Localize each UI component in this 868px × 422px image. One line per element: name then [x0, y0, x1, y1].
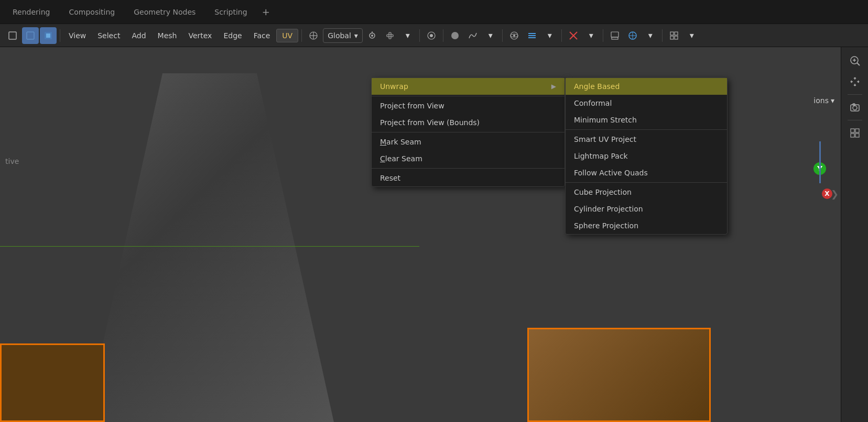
toolbar-separator-7 [603, 29, 603, 42]
unwrap-lightmap-pack[interactable]: Lightmap Pack [566, 148, 727, 164]
shading-curve-icon[interactable] [464, 27, 481, 44]
svg-rect-24 [612, 37, 618, 39]
transform-orient-icon[interactable] [305, 27, 322, 44]
svg-rect-30 [670, 36, 674, 39]
toolbar-separator-6 [561, 29, 562, 42]
tab-rendering[interactable]: Rendering [4, 5, 59, 19]
active-mode-label: tive [5, 157, 19, 165]
viewport-options-dropdown[interactable]: ions ▾ [813, 96, 834, 105]
unwrap-submenu-arrow: ▶ [551, 83, 556, 90]
svg-point-14 [451, 32, 459, 39]
svg-rect-23 [611, 32, 619, 37]
pivot-dropdown-icon[interactable]: ▾ [399, 27, 416, 44]
tool-separator-2 [848, 120, 862, 120]
add-tab-button[interactable]: + [258, 6, 274, 17]
uv-menu-separator-3 [372, 168, 565, 169]
ground-line [0, 246, 419, 247]
panel-collapse-arrow[interactable]: ❯ [831, 188, 839, 199]
uv-menu-project-from-view[interactable]: Project from View [372, 97, 565, 114]
uv-menu-separator-1 [372, 96, 565, 96]
svg-rect-10 [387, 35, 393, 37]
unwrap-follow-active-quads[interactable]: Follow Active Quads [566, 164, 727, 181]
add-menu[interactable]: Add [126, 29, 151, 42]
unwrap-separator-2 [566, 182, 727, 183]
unwrap-cube-projection[interactable]: Cube Projection [566, 184, 727, 201]
options-chevron-down-icon: ▾ [831, 96, 834, 105]
viewport-resize-dropdown[interactable]: ▾ [683, 27, 700, 44]
shading-solid-icon[interactable] [447, 27, 463, 44]
uv-menu-project-from-view-bounds[interactable]: Project from View (Bounds) [372, 114, 565, 131]
uv-dropdown-menu: Unwrap ▶ Project from View Project from … [371, 77, 565, 187]
select-menu[interactable]: Select [92, 29, 125, 42]
pivot-icon[interactable] [382, 27, 398, 44]
unwrap-sphere-projection[interactable]: Sphere Projection [566, 217, 727, 234]
svg-rect-42 [855, 134, 859, 137]
mesh-menu[interactable]: Mesh [153, 29, 182, 42]
proportional-edit-icon[interactable] [423, 27, 440, 44]
svg-rect-1 [27, 32, 34, 39]
viewport-overlay-dropdown[interactable]: ▾ [541, 27, 558, 44]
snap-icon[interactable] [364, 27, 381, 44]
uv-menu-unwrap[interactable]: Unwrap ▶ [372, 78, 565, 95]
grid-tool[interactable] [845, 124, 864, 142]
unwrap-conformal[interactable]: Conformal [566, 95, 727, 112]
gizmo-x-icon[interactable] [565, 27, 582, 44]
scene-icon[interactable] [624, 27, 641, 44]
svg-rect-41 [851, 134, 854, 137]
svg-point-13 [430, 34, 433, 37]
gizmo-options-dropdown[interactable]: ▾ [583, 27, 600, 44]
viewport-display-dropdown[interactable]: ▾ [642, 27, 659, 44]
toolbar-separator-8 [662, 29, 663, 42]
pan-tool[interactable] [845, 72, 864, 91]
overlay-icon[interactable] [524, 27, 540, 44]
viewport-gizmo-icon[interactable] [506, 27, 523, 44]
svg-rect-31 [675, 36, 678, 39]
tab-scripting[interactable]: Scripting [206, 5, 255, 19]
svg-point-17 [513, 35, 515, 37]
toolbar-separator-1 [60, 29, 60, 42]
svg-rect-0 [9, 32, 16, 39]
shading-dropdown-icon[interactable]: ▾ [482, 27, 499, 44]
svg-point-37 [853, 106, 857, 110]
mesh-object-right [527, 328, 711, 422]
view-menu[interactable]: View [63, 29, 91, 42]
mesh-object-left [0, 343, 105, 422]
render-preview-icon[interactable] [606, 27, 623, 44]
toolbar-separator-3 [419, 29, 420, 42]
uv-menu-mark-seam[interactable]: Mark Seam [372, 134, 565, 150]
object-mode-icon[interactable] [4, 27, 21, 44]
uv-menu-trigger[interactable]: UV [276, 29, 298, 42]
svg-rect-3 [46, 34, 50, 38]
viewport-options-area: ions ▾ [809, 94, 839, 107]
uv-menu-clear-seam[interactable]: Clear Seam [372, 150, 565, 167]
tab-geometry-nodes[interactable]: Geometry Nodes [125, 5, 204, 19]
uv-menu-reset[interactable]: Reset [372, 170, 565, 186]
unwrap-submenu: Angle Based Conformal Minimum Stretch Sm… [565, 77, 728, 235]
unwrap-angle-based[interactable]: Angle Based [566, 78, 727, 95]
svg-line-35 [857, 63, 860, 65]
vertex-menu[interactable]: Vertex [183, 29, 217, 42]
svg-rect-28 [670, 32, 674, 35]
toolbar-separator-5 [502, 29, 503, 42]
header-toolbar: View Select Add Mesh Vertex Edge Face UV… [0, 24, 868, 47]
transform-mode-dropdown[interactable]: Global ▾ [323, 28, 363, 43]
unwrap-separator-1 [566, 129, 727, 130]
edit-mode-icon[interactable] [22, 27, 39, 44]
viewport-resize-icon[interactable] [666, 27, 682, 44]
svg-rect-29 [675, 32, 678, 35]
tab-compositing[interactable]: Compositing [61, 5, 124, 19]
uv-menu-separator-2 [372, 132, 565, 132]
toolbar-separator-4 [443, 29, 443, 42]
right-tools-panel [841, 47, 868, 422]
svg-point-8 [371, 35, 373, 37]
unwrap-minimum-stretch[interactable]: Minimum Stretch [566, 112, 727, 128]
unwrap-smart-uv-project[interactable]: Smart UV Project [566, 131, 727, 148]
z-axis-line [819, 141, 821, 183]
face-menu[interactable]: Face [248, 29, 276, 42]
edge-menu[interactable]: Edge [218, 29, 247, 42]
zoom-in-tool[interactable] [845, 51, 864, 70]
face-select-icon[interactable] [40, 27, 57, 44]
camera-tool[interactable] [845, 98, 864, 117]
unwrap-cylinder-projection[interactable]: Cylinder Projection [566, 201, 727, 217]
svg-rect-39 [851, 129, 854, 132]
